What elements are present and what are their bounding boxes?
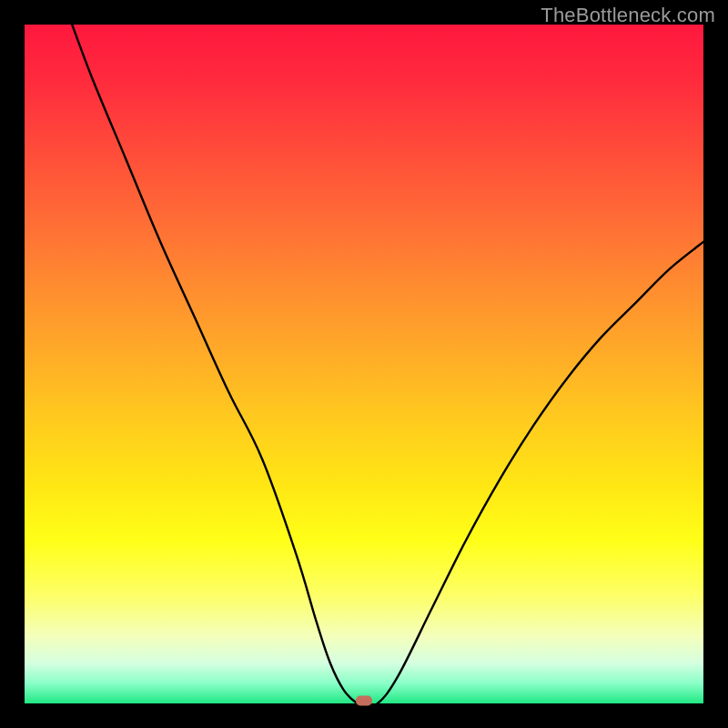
bottleneck-curve: [25, 25, 703, 703]
plot-area: [25, 25, 703, 703]
chart-frame: TheBottleneck.com: [0, 0, 728, 728]
watermark-text: TheBottleneck.com: [541, 4, 715, 27]
optimal-point-marker: [356, 696, 372, 706]
